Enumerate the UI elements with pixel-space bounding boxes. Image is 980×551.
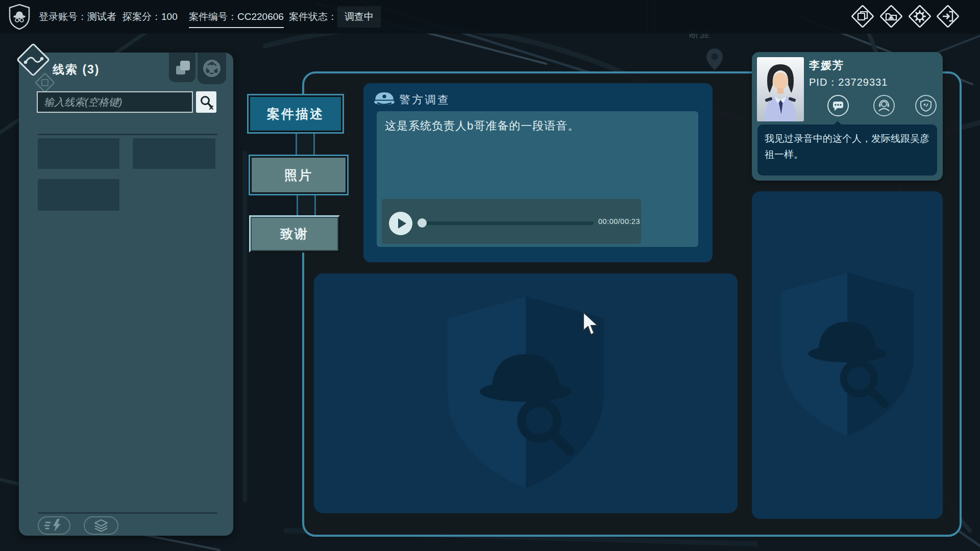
pid-value: 23729331: [838, 77, 888, 88]
case-folder-icon[interactable]: [879, 4, 903, 29]
tab-connector: [296, 131, 315, 157]
case-description-canvas: [314, 273, 738, 513]
settings-icon[interactable]: [908, 4, 932, 29]
copy-clues-button[interactable]: [169, 53, 195, 82]
layers-icon: [89, 518, 113, 533]
clue-slot: [38, 138, 119, 169]
case-status-value: 调查中: [337, 6, 381, 28]
quick-action-button[interactable]: [38, 516, 70, 535]
clue-slot: [133, 138, 215, 169]
play-button[interactable]: [389, 212, 412, 235]
police-investigation-panel: 警方调查 这是系统负责人b哥准备的一段语音。 00:00/00:23: [363, 83, 713, 262]
share-clues-button[interactable]: [198, 53, 226, 84]
tab-photos[interactable]: 照片: [249, 155, 349, 195]
detective-score: 探案分：100: [122, 0, 178, 34]
shield-badge-icon[interactable]: [915, 94, 937, 117]
case-status-label: 案件状态：: [289, 11, 337, 22]
search-icon: [198, 93, 215, 111]
support-person-icon[interactable]: [873, 94, 895, 117]
audio-player: 00:00/00:23: [382, 199, 641, 244]
detective-score-value: 100: [161, 11, 178, 22]
investigation-content: 这是系统负责人b哥准备的一段语音。 00:00/00:23: [377, 111, 698, 247]
chat-bubble-icon[interactable]: [827, 94, 849, 117]
exit-icon[interactable]: [936, 4, 960, 29]
share-network-icon: [200, 57, 224, 80]
clue-list-divider: [38, 134, 217, 135]
top-bar: 登录账号：测试者 探案分：100 案件编号：CC220606 案件状态：调查中: [0, 0, 980, 34]
tab-case-description[interactable]: 案件描述: [247, 94, 344, 134]
game-screen: 断涯 登录账号：测试者 探案分：100 案件编号：CC220606 案件状态：调…: [0, 0, 980, 551]
character-detail-canvas: [752, 191, 943, 519]
watermark-shield-icon: [773, 268, 921, 442]
police-cap-icon: [373, 89, 396, 108]
character-photo: [757, 57, 804, 121]
case-status: 案件状态：调查中: [289, 0, 381, 34]
case-number-value: CC220606: [237, 11, 284, 22]
login-account-value: 测试者: [87, 11, 116, 22]
copy-icon: [171, 56, 193, 79]
flash-icon: [42, 518, 66, 533]
character-name: 李媛芳: [809, 58, 844, 72]
login-account: 登录账号：测试者: [39, 0, 116, 34]
pid-label: PID：: [809, 77, 838, 88]
case-number: 案件编号：CC220606: [189, 10, 284, 28]
clue-search-button[interactable]: [196, 91, 216, 113]
login-account-label: 登录账号：: [39, 11, 87, 22]
tab-connector: [297, 192, 316, 218]
audio-time: 00:00/00:23: [598, 199, 640, 244]
clue-slot: [38, 179, 119, 211]
tab-credits[interactable]: 致谢: [249, 215, 340, 253]
clue-search-input[interactable]: [37, 91, 193, 113]
clue-panel: 线索 (3): [19, 53, 233, 536]
layers-button[interactable]: [84, 516, 118, 535]
clue-panel-title: 线索 (3): [53, 62, 100, 78]
audio-progress-track[interactable]: [422, 221, 594, 225]
character-pid: PID：23729331: [809, 76, 888, 89]
play-icon: [398, 218, 406, 229]
map-pin-icon: [705, 48, 724, 70]
character-quote: 我见过录音中的这个人，发际线跟吴彦祖一样。: [757, 124, 937, 176]
detective-score-label: 探案分：: [122, 11, 161, 22]
clue-footer-divider: [38, 512, 217, 514]
investigation-title: 警方调查: [399, 92, 450, 108]
character-card: 李媛芳 PID：23729331 我见过录音中的这个人，发际线跟吴彦祖一样。: [752, 52, 943, 181]
case-number-label: 案件编号：: [189, 11, 237, 22]
detective-shield-logo: [8, 4, 31, 30]
audio-progress-thumb[interactable]: [418, 218, 427, 228]
watermark-shield-icon: [439, 291, 612, 495]
windows-icon[interactable]: [850, 4, 875, 29]
investigation-description: 这是系统负责人b哥准备的一段语音。: [385, 118, 690, 134]
